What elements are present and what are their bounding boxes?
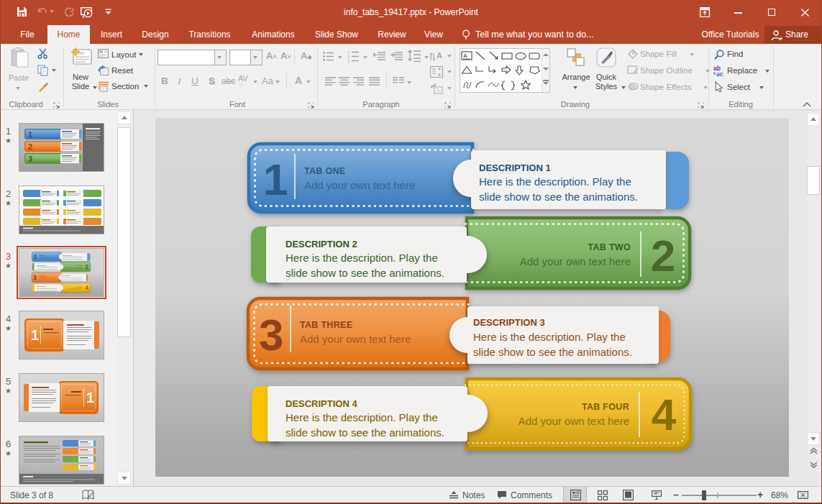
svg-text:1: 1: [86, 390, 94, 406]
svg-text:TAB FOUR: TAB FOUR: [582, 402, 629, 412]
svg-text:3: 3: [259, 310, 283, 359]
svg-text:slide show to see the animatio: slide show to see the animations.: [473, 346, 632, 358]
svg-text:Add your own text here: Add your own text here: [520, 255, 631, 267]
svg-text:DESCRIPTION 1: DESCRIPTION 1: [479, 162, 551, 173]
svg-text:3: 3: [28, 155, 32, 163]
svg-text:Here is the description. Play: Here is the description. Play the: [286, 411, 438, 423]
svg-text:slide show to see the animatio: slide show to see the animations.: [286, 426, 444, 439]
svg-text:3: 3: [347, 59, 350, 63]
svg-text:slide show to see the animatio: slide show to see the animations.: [479, 191, 638, 203]
svg-text:A: A: [463, 52, 467, 59]
svg-text:Here is the description. Play: Here is the description. Play the: [479, 175, 631, 188]
svg-text:2: 2: [28, 142, 32, 151]
svg-text:1: 1: [28, 130, 32, 139]
svg-text:Add your own text here: Add your own text here: [519, 415, 629, 427]
svg-text:slide show to see the animatio: slide show to see the animations.: [286, 267, 444, 279]
svg-text:Add your own text here: Add your own text here: [300, 333, 411, 345]
svg-text:4: 4: [652, 390, 677, 439]
svg-text:1: 1: [31, 327, 39, 343]
svg-text:1: 1: [263, 155, 288, 204]
svg-text:ac: ac: [716, 70, 723, 77]
svg-text:A: A: [437, 51, 442, 60]
svg-text:Add your own text here: Add your own text here: [304, 179, 415, 191]
svg-text:DESCRIPTION 3: DESCRIPTION 3: [473, 317, 545, 328]
svg-text:Here is the description. Play: Here is the description. Play the: [286, 252, 438, 264]
svg-text:TAB THREE: TAB THREE: [300, 320, 352, 330]
svg-text:DESCRIPTION 4: DESCRIPTION 4: [286, 398, 357, 409]
svg-text:DESCRIPTION 2: DESCRIPTION 2: [286, 239, 357, 249]
svg-text:TAB TWO: TAB TWO: [588, 242, 631, 252]
svg-text:2: 2: [651, 231, 675, 280]
svg-text:TAB ONE: TAB ONE: [304, 166, 345, 176]
svg-text:Here is the description. Play: Here is the description. Play the: [473, 331, 626, 343]
